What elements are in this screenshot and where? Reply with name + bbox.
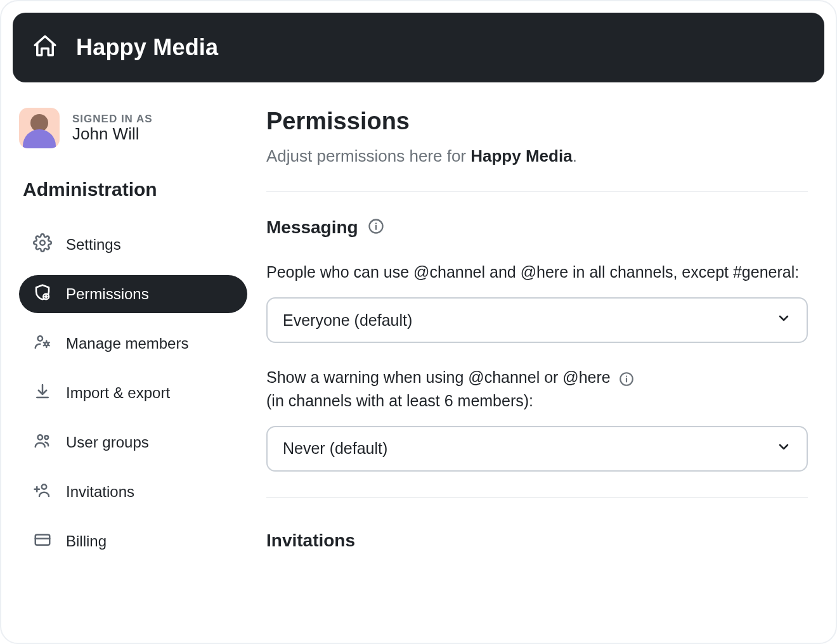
svg-rect-7	[36, 535, 50, 545]
sidebar-item-invitations[interactable]: Invitations	[19, 473, 247, 511]
sidebar-item-label: Import & export	[66, 384, 170, 402]
info-icon[interactable]	[618, 366, 635, 389]
select-value: Everyone (default)	[283, 311, 412, 330]
svg-point-2	[38, 336, 43, 341]
select-warning[interactable]: Never (default)	[266, 426, 808, 472]
sidebar-item-label: Permissions	[66, 285, 149, 303]
signed-in-name: John Will	[72, 124, 153, 144]
person-add-icon	[33, 480, 52, 503]
gear-icon	[33, 233, 52, 256]
sidebar-item-settings[interactable]: Settings	[19, 226, 247, 264]
download-icon	[33, 382, 52, 404]
page-title: Permissions	[266, 108, 808, 135]
divider	[266, 497, 808, 498]
sidebar-item-label: Invitations	[66, 483, 134, 501]
section-title-invitations: Invitations	[266, 531, 355, 551]
sidebar-section-title: Administration	[19, 179, 247, 200]
select-channel-mention[interactable]: Everyone (default)	[266, 297, 808, 343]
divider	[266, 191, 808, 192]
info-icon[interactable]	[367, 217, 385, 238]
svg-point-0	[40, 240, 45, 245]
field-channel-mention-label: People who can use @channel and @here in…	[266, 261, 808, 283]
svg-point-6	[42, 484, 47, 489]
avatar	[19, 108, 60, 148]
svg-point-11	[626, 375, 627, 377]
sidebar-item-permissions[interactable]: Permissions	[19, 275, 247, 313]
sidebar-item-import-export[interactable]: Import & export	[19, 374, 247, 412]
sidebar-item-label: Billing	[66, 532, 107, 550]
svg-point-3	[45, 342, 48, 345]
svg-point-9	[375, 222, 377, 224]
svg-point-4	[38, 435, 43, 440]
user-gear-icon	[33, 332, 52, 355]
sidebar-item-label: Manage members	[66, 335, 188, 352]
sidebar-item-user-groups[interactable]: User groups	[19, 423, 247, 461]
section-messaging: Messaging	[266, 217, 808, 238]
users-icon	[33, 431, 52, 454]
section-invitations: Invitations	[266, 531, 808, 551]
topbar: Happy Media	[13, 13, 824, 82]
signed-in-label: SIGNED IN AS	[72, 113, 153, 126]
signed-in-block[interactable]: SIGNED IN AS John Will	[19, 108, 247, 148]
field-warning-label: Show a warning when using @channel or @h…	[266, 366, 808, 412]
credit-card-icon	[33, 530, 52, 553]
workspace-title: Happy Media	[76, 34, 218, 61]
sidebar-item-label: Settings	[66, 236, 121, 254]
sidebar-item-manage-members[interactable]: Manage members	[19, 325, 247, 363]
section-title-messaging: Messaging	[266, 217, 358, 238]
sidebar-item-billing[interactable]: Billing	[19, 522, 247, 560]
shield-icon	[33, 283, 52, 306]
sidebar-item-label: User groups	[66, 434, 149, 451]
svg-point-5	[44, 435, 48, 439]
chevron-down-icon	[776, 439, 791, 458]
select-value: Never (default)	[283, 439, 387, 458]
home-icon[interactable]	[32, 33, 58, 62]
page-subtitle: Adjust permissions here for Happy Media.	[266, 146, 808, 166]
chevron-down-icon	[776, 311, 791, 330]
